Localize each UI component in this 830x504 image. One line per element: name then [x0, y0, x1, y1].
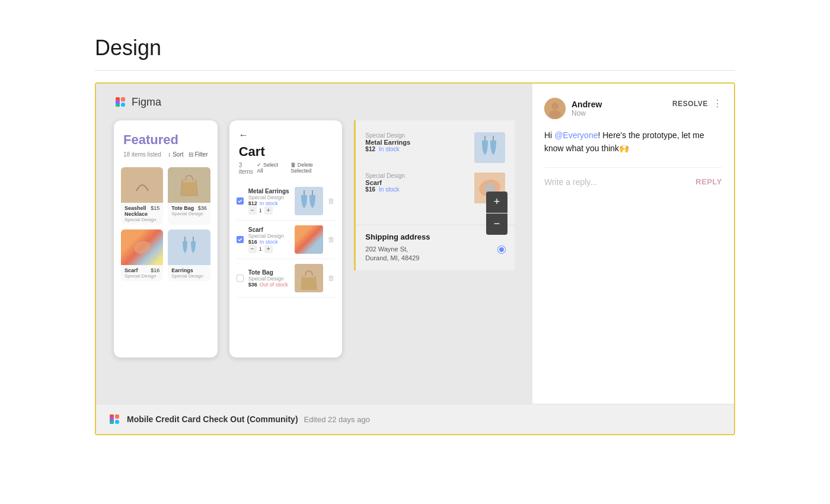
page-title: Design [95, 36, 735, 60]
qty-minus[interactable]: − [248, 245, 257, 253]
svg-rect-1 [121, 97, 125, 101]
comment-panel: Andrew Now RESOLVE ⋮ Hi @Everyone! Here'… [532, 84, 734, 404]
more-options-icon[interactable]: ⋮ [713, 98, 722, 109]
cart-header: ← Cart 3 items ✓ Select All 🗑 Delete Sel [229, 120, 343, 180]
prototype-frames: Featured 18 items listed ↕ Sort ⊟ [114, 120, 515, 358]
svg-point-22 [551, 103, 558, 110]
qty-plus[interactable]: + [264, 245, 273, 253]
footer-filename: Mobile Credit Card Check Out (Community) [127, 414, 298, 424]
delete-selected-button[interactable]: 🗑 Delete Selected [290, 162, 333, 175]
extended-area: Special Design Metal Earrings $12 In sto… [354, 120, 515, 270]
product-grid: Seashell Necklace $15 Special Design [114, 162, 218, 286]
cart-item-info: Metal Earrings Special Design $12 In sto… [248, 188, 290, 215]
qty-plus[interactable]: + [264, 206, 273, 215]
product-card[interactable]: Earrings Special Design [168, 229, 210, 281]
featured-phone-frame: Featured 18 items listed ↕ Sort ⊟ [114, 120, 218, 358]
svg-point-3 [121, 103, 125, 107]
svg-rect-15 [474, 132, 505, 163]
product-info: Scarf $16 Special Design [121, 265, 163, 281]
title-divider [95, 70, 735, 71]
svg-rect-4 [116, 100, 120, 104]
cart-item-checkbox[interactable] [237, 236, 244, 243]
svg-rect-6 [183, 180, 195, 182]
ext-item-info: Special Design Scarf $16 In stock [365, 173, 470, 193]
main-card: Figma Featured 18 items listed ↕ [95, 82, 735, 435]
svg-point-5 [140, 190, 145, 194]
zoom-out-button[interactable]: − [486, 213, 507, 235]
filter-icon: ⊟ [189, 151, 193, 158]
product-info: Earrings Special Design [168, 265, 210, 281]
featured-meta: 18 items listed ↕ Sort ⊟ Filter [123, 151, 208, 158]
zoom-in-button[interactable]: + [486, 192, 507, 213]
card-content: Figma Featured 18 items listed ↕ [96, 84, 734, 404]
mention: @Everyone [554, 130, 598, 140]
back-arrow-icon[interactable]: ← [239, 130, 333, 141]
figma-area: Figma Featured 18 items listed ↕ [96, 84, 532, 404]
featured-header: Featured 18 items listed ↕ Sort ⊟ [114, 120, 218, 162]
resolve-button[interactable]: RESOLVE [672, 100, 708, 108]
comment-text: Hi @Everyone! Here's the prototype, let … [544, 129, 722, 155]
cart-items-count: 3 items [239, 162, 257, 175]
shipping-row: 202 Wayne St, Durand, MI, 48429 [365, 245, 505, 263]
shipping-address: 202 Wayne St, Durand, MI, 48429 [365, 245, 419, 263]
tote-cart-image [295, 264, 323, 292]
qty-minus[interactable]: − [248, 206, 257, 215]
footer-meta: Edited 22 days ago [304, 415, 370, 424]
svg-rect-10 [295, 187, 323, 215]
earrings-cart-image [295, 187, 323, 215]
shipping-radio[interactable] [498, 246, 505, 253]
cart-item-info: Scarf Special Design $16 In stock − 1 [248, 227, 290, 253]
scarf-image [121, 229, 163, 265]
cart-item: Scarf Special Design $16 In stock − 1 [237, 221, 336, 259]
page-container: Design Figma [0, 0, 830, 471]
featured-filter-row: ↕ Sort ⊟ Filter [168, 151, 208, 158]
cart-item: Metal Earrings Special Design $12 In sto… [237, 182, 336, 221]
earrings-image [168, 229, 210, 265]
delete-item-button[interactable]: 🗑 [328, 197, 335, 205]
cart-item-checkbox[interactable] [237, 275, 244, 282]
select-all-button[interactable]: ✓ Select All [257, 162, 283, 175]
product-card[interactable]: Tote Bag $36 Special Design [168, 167, 210, 225]
card-footer: Mobile Credit Card Check Out (Community)… [96, 404, 734, 434]
qty-controls: − 1 + [248, 206, 290, 215]
delete-item-button[interactable]: 🗑 [328, 274, 335, 282]
figma-logo-row: Figma [114, 95, 515, 109]
delete-item-button[interactable]: 🗑 [328, 235, 335, 244]
product-info: Tote Bag $36 Special Design [168, 203, 210, 219]
product-card[interactable]: Scarf $16 Special Design [121, 229, 163, 281]
avatar [544, 98, 566, 119]
figma-icon [114, 95, 127, 109]
shipping-title: Shipping address [365, 232, 505, 241]
ext-earrings-image [474, 132, 505, 163]
featured-title: Featured [123, 132, 208, 148]
sort-icon: ↕ [168, 151, 171, 158]
cart-item-info: Tote Bag Special Design $36 Out of stock [248, 269, 290, 288]
svg-rect-14 [303, 276, 315, 277]
figma-footer-icon [108, 413, 121, 426]
cart-meta: 3 items ✓ Select All 🗑 Delete Selected [239, 162, 333, 175]
svg-point-7 [132, 239, 152, 256]
comment-reply-row: Write a reply... REPLY [544, 167, 722, 187]
svg-rect-25 [115, 414, 119, 419]
zoom-controls: + − [486, 192, 507, 235]
items-count: 18 items listed [123, 151, 161, 158]
svg-point-23 [549, 110, 561, 119]
comment-time: Now [572, 109, 602, 117]
necklace-image [121, 167, 163, 203]
comment-actions: RESOLVE ⋮ [672, 98, 722, 109]
reply-button[interactable]: REPLY [695, 177, 722, 186]
cart-item: Tote Bag Special Design $36 Out of stock [237, 259, 336, 298]
product-info: Seashell Necklace $15 Special Design [121, 203, 163, 225]
cart-phone-frame: ← Cart 3 items ✓ Select All 🗑 Delete Sel [229, 120, 343, 358]
author-name: Andrew [572, 100, 602, 109]
filter-button[interactable]: ⊟ Filter [189, 151, 208, 158]
product-card[interactable]: Seashell Necklace $15 Special Design [121, 167, 163, 225]
reply-input[interactable]: Write a reply... [544, 177, 695, 187]
qty-controls: − 1 + [248, 245, 290, 253]
comment-header: Andrew Now RESOLVE ⋮ [544, 98, 722, 119]
scarf-cart-image [295, 225, 323, 254]
sort-button[interactable]: ↕ Sort [168, 151, 183, 158]
cart-items-list: Metal Earrings Special Design $12 In sto… [229, 180, 343, 300]
cart-item-checkbox[interactable] [237, 197, 244, 205]
ext-item: Special Design Metal Earrings $12 In sto… [365, 132, 505, 163]
